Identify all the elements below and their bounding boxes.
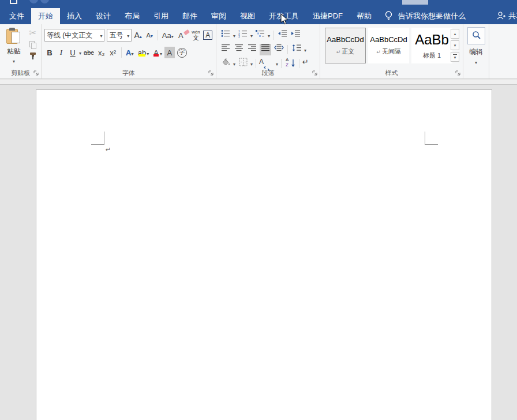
redo-icon[interactable] <box>40 0 49 3</box>
styles-more-button[interactable] <box>451 52 459 62</box>
text-effects-button[interactable]: A <box>125 47 135 58</box>
font-name-combo[interactable]: 等线 (中文正文 <box>44 29 104 42</box>
font-color-button[interactable]: A <box>151 47 163 58</box>
underline-button[interactable]: U <box>68 47 78 58</box>
margin-crop-mark-top-right <box>425 132 438 145</box>
paragraph-dialog-launcher[interactable] <box>312 70 318 76</box>
align-left-icon[interactable] <box>220 44 231 55</box>
group-font: 等线 (中文正文 五号 A A Aa A wén文 A B I U abc x₂ <box>42 24 216 78</box>
tab-pdf[interactable]: 迅捷PDF <box>306 8 350 24</box>
tell-me-box[interactable]: 告诉我你想要做什么 <box>379 8 471 24</box>
paragraph-mark: ↵ <box>106 146 111 153</box>
style-name: ↵无间隔 <box>376 47 401 56</box>
align-right-icon[interactable] <box>246 44 258 55</box>
underline-dropdown-arrow[interactable] <box>79 48 81 57</box>
group-clipboard: 粘贴 ✂ 剪贴板 <box>0 24 42 78</box>
tab-view[interactable]: 视图 <box>233 8 262 24</box>
clear-formatting-button[interactable]: A <box>175 29 186 41</box>
line-spacing-dropdown-arrow[interactable] <box>304 46 306 54</box>
mouse-cursor <box>280 13 289 28</box>
asian-layout-button[interactable]: A <box>259 58 274 69</box>
superscript-button[interactable]: x² <box>108 47 118 58</box>
align-center-icon[interactable] <box>233 44 245 55</box>
save-icon[interactable] <box>10 0 17 4</box>
ribbon-tab-bar: 文件 开始 插入 设计 布局 引用 邮件 审阅 视图 开发工具 迅捷PDF 帮助… <box>0 8 517 24</box>
font-name-value: 等线 (中文正文 <box>47 31 100 40</box>
phonetic-guide-button[interactable]: wén文 <box>190 29 201 41</box>
styles-scroll-up-button[interactable] <box>451 29 459 39</box>
line-spacing-icon[interactable] <box>291 44 302 55</box>
edit-group-button-label[interactable]: 编辑 <box>463 47 489 57</box>
tab-references[interactable]: 引用 <box>147 8 175 24</box>
tab-layout[interactable]: 布局 <box>118 8 147 24</box>
multilevel-list-icon[interactable] <box>254 29 266 41</box>
tab-insert[interactable]: 插入 <box>60 8 89 24</box>
bullets-icon[interactable] <box>220 29 231 41</box>
style-card-normal[interactable]: AaBbCcDd ↵正文 <box>325 28 366 63</box>
numbering-icon[interactable]: 123 <box>237 29 249 41</box>
show-hide-mark-icon[interactable]: ↵ <box>302 58 314 69</box>
eraser-icon <box>183 29 190 35</box>
margin-crop-mark-top-left <box>91 132 104 145</box>
share-button[interactable]: 共享 <box>496 8 517 24</box>
paste-dropdown-arrow[interactable] <box>3 57 25 65</box>
shading-dropdown-arrow[interactable] <box>233 59 235 68</box>
character-border-button[interactable]: A <box>203 29 213 41</box>
style-card-heading1[interactable]: AaBb 标题 1 <box>411 28 452 63</box>
tab-mailings[interactable]: 邮件 <box>175 8 204 24</box>
tab-design[interactable]: 设计 <box>89 8 118 24</box>
bold-button[interactable]: B <box>44 47 55 58</box>
shrink-font-button[interactable]: A <box>144 29 155 41</box>
group-styles: AaBbCcDd ↵正文 AaBbCcDd ↵无间隔 AaBb 标题 1 样式 <box>320 24 463 78</box>
increase-indent-icon[interactable] <box>290 29 301 41</box>
change-case-button[interactable]: Aa <box>161 29 174 41</box>
decrease-indent-icon[interactable] <box>276 29 288 41</box>
sort-icon[interactable]: A Z <box>284 58 296 69</box>
undo-icon[interactable] <box>29 0 38 3</box>
paste-button[interactable]: 粘贴 <box>3 28 25 65</box>
styles-scroll-down-button[interactable] <box>451 40 459 50</box>
tab-file[interactable]: 文件 <box>2 8 31 24</box>
grow-font-button[interactable]: A <box>133 29 143 41</box>
copy-icon[interactable] <box>29 41 37 49</box>
cut-icon[interactable]: ✂ <box>29 28 37 38</box>
search-icon <box>472 31 481 42</box>
character-shading-button[interactable]: A <box>164 47 175 58</box>
highlight-button[interactable]: ab <box>136 47 150 58</box>
borders-dropdown-arrow[interactable] <box>250 59 253 68</box>
font-dialog-launcher[interactable] <box>208 70 214 76</box>
tab-review[interactable]: 审阅 <box>204 8 233 24</box>
numbering-dropdown-arrow[interactable] <box>250 31 253 39</box>
tab-home[interactable]: 开始 <box>31 8 60 24</box>
shading-bucket-icon[interactable] <box>220 58 231 69</box>
enclose-characters-button[interactable]: 字 <box>176 47 188 58</box>
font-name-dropdown-arrow[interactable] <box>100 31 102 39</box>
font-size-combo[interactable]: 五号 <box>107 29 132 42</box>
window-control-fragment <box>402 0 428 5</box>
subscript-button[interactable]: x₂ <box>96 47 107 58</box>
asian-layout-dropdown-arrow[interactable] <box>276 59 278 68</box>
font-size-dropdown-arrow[interactable] <box>127 31 129 39</box>
font-color-bar <box>153 54 159 57</box>
format-painter-icon[interactable] <box>29 52 37 60</box>
document-workspace[interactable]: ↵ <box>0 85 517 420</box>
justify-icon[interactable] <box>260 44 271 55</box>
multilevel-dropdown-arrow[interactable] <box>268 31 270 39</box>
group-paragraph: 123 <box>216 24 320 78</box>
style-card-no-spacing[interactable]: AaBbCcDd ↵无间隔 <box>368 28 409 63</box>
style-name: ↵正文 <box>336 47 355 56</box>
bullets-dropdown-arrow[interactable] <box>233 31 235 39</box>
distribute-icon[interactable] <box>273 44 284 55</box>
document-page[interactable]: ↵ <box>36 89 492 420</box>
group-edit: 编辑 <box>463 24 489 78</box>
edit-dropdown-arrow[interactable] <box>463 58 489 66</box>
tell-me-label: 告诉我你想要做什么 <box>398 11 466 21</box>
styles-group-label: 样式 <box>320 69 463 77</box>
italic-button[interactable]: I <box>56 47 66 58</box>
clipboard-dialog-launcher[interactable] <box>33 70 39 76</box>
borders-icon[interactable] <box>237 58 249 69</box>
tab-help[interactable]: 帮助 <box>350 8 379 24</box>
find-button[interactable] <box>467 27 485 44</box>
styles-dialog-launcher[interactable] <box>455 70 461 76</box>
strikethrough-button[interactable]: abc <box>83 47 95 58</box>
